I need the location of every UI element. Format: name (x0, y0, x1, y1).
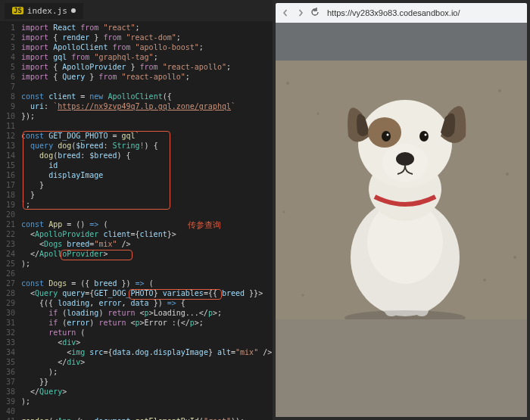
chevron-right-icon (297, 9, 304, 17)
forward-button[interactable] (295, 8, 306, 19)
code-line[interactable]: dog(breed: $breed) { (21, 151, 273, 160)
code-line[interactable]: return ( (21, 328, 273, 338)
line-number: 1 (0, 23, 15, 33)
code-line[interactable]: import React from "react"; (21, 23, 273, 33)
url-bar[interactable]: https://vy283x9o83.codesandbox.io/ (324, 8, 522, 17)
line-number: 31 (0, 318, 15, 328)
code-line[interactable]: } (21, 180, 273, 190)
line-number: 7 (0, 82, 15, 92)
back-button[interactable] (280, 8, 291, 19)
annotation-label: 传参查询 (188, 219, 221, 231)
line-number: 2 (0, 33, 15, 42)
code-line[interactable]: </div> (21, 357, 273, 367)
line-number: 16 (0, 170, 15, 180)
svg-point-3 (286, 82, 289, 85)
line-number: 40 (0, 406, 15, 416)
svg-point-9 (283, 211, 285, 213)
line-number: 20 (0, 210, 15, 219)
js-file-icon: JS (12, 7, 23, 14)
line-number: 6 (0, 72, 15, 82)
chevron-left-icon (282, 9, 289, 17)
code-line[interactable]: import { ApolloProvider } from "react-ap… (21, 62, 273, 72)
line-number: 35 (0, 357, 15, 367)
code-line[interactable]: uri: `https://nx9zvp49q7.lp.gql.zone/gra… (21, 101, 273, 111)
line-number: 11 (0, 121, 15, 131)
code-line[interactable]: <div> (21, 338, 273, 347)
code-line[interactable]: displayImage (21, 170, 273, 180)
code-line[interactable]: }); (21, 111, 273, 121)
code-line[interactable] (21, 82, 273, 92)
editor-pane: JS index.js 1234567891011121314151617181… (0, 0, 273, 420)
code-line[interactable]: </ApolloProvider> (21, 249, 273, 259)
code-line[interactable]: import { Query } from "react-apollo"; (21, 72, 273, 82)
code-line[interactable] (21, 269, 273, 278)
code-line[interactable]: ); (21, 367, 273, 377)
tab-index-js[interactable]: JS index.js (5, 3, 83, 19)
tab-filename: index.js (27, 6, 67, 16)
line-number: 28 (0, 288, 15, 298)
svg-point-23 (425, 134, 427, 136)
svg-point-4 (317, 113, 320, 115)
line-number: 19 (0, 200, 15, 210)
code-line[interactable]: <Dogs breed="mix" /> (21, 239, 273, 249)
line-number: 12 (0, 131, 15, 141)
refresh-icon (310, 8, 320, 17)
code-area[interactable]: 1234567891011121314151617181920212223242… (0, 21, 273, 420)
code-line[interactable]: id (21, 160, 273, 170)
code-content[interactable]: import React from "react";import { rende… (21, 23, 273, 420)
code-line[interactable]: } (21, 190, 273, 200)
svg-point-10 (513, 256, 516, 259)
tab-bar: JS index.js (0, 0, 273, 21)
code-line[interactable]: if (error) return <p>Error :(</p>; (21, 318, 273, 328)
code-line[interactable]: query dog($breed: String!) { (21, 141, 273, 151)
line-number: 3 (0, 42, 15, 52)
line-number: 17 (0, 180, 15, 190)
browser-bar: https://vy283x9o83.codesandbox.io/ (276, 3, 527, 23)
line-number: 10 (0, 111, 15, 121)
line-number: 41 (0, 416, 15, 420)
line-number: 37 (0, 377, 15, 387)
code-line[interactable]: <ApolloProvider client={client}> (21, 229, 273, 239)
line-number: 15 (0, 160, 15, 170)
line-number: 27 (0, 278, 15, 288)
line-number: 32 (0, 328, 15, 338)
line-number: 33 (0, 338, 15, 347)
line-number: 29 (0, 298, 15, 308)
code-line[interactable]: ); (21, 397, 273, 406)
line-number: 36 (0, 367, 15, 377)
code-line[interactable]: render(<App />, document.getElementById(… (21, 416, 273, 420)
line-number: 21 (0, 219, 15, 229)
svg-point-8 (506, 173, 509, 176)
code-line[interactable] (21, 406, 273, 416)
line-number: 39 (0, 397, 15, 406)
code-line[interactable]: <img src={data.dog.displayImage} alt="mi… (21, 347, 273, 357)
code-line[interactable]: import { render } from "react-dom"; (21, 33, 273, 42)
line-number: 34 (0, 347, 15, 357)
line-number: 8 (0, 92, 15, 101)
svg-point-22 (387, 134, 389, 136)
refresh-button[interactable] (310, 8, 320, 19)
code-line[interactable]: const App = () => ( (21, 219, 273, 229)
code-line[interactable]: }} (21, 377, 273, 387)
line-number: 9 (0, 101, 15, 111)
preview-viewport (276, 23, 527, 417)
line-number: 23 (0, 239, 15, 249)
code-line[interactable]: const client = new ApolloClient({ (21, 92, 273, 101)
code-line[interactable]: import gql from "graphql-tag"; (21, 52, 273, 62)
svg-point-21 (419, 131, 429, 142)
line-number: 18 (0, 190, 15, 200)
code-line[interactable]: const Dogs = ({ breed }) => ( (21, 278, 273, 288)
svg-point-6 (483, 278, 486, 282)
line-number: 26 (0, 269, 15, 278)
code-line[interactable]: <Query query={GET_DOG_PHOTO} variables={… (21, 288, 273, 298)
code-line[interactable]: import ApolloClient from "apollo-boost"; (21, 42, 273, 52)
code-line[interactable]: const GET_DOG_PHOTO = gql` (21, 131, 273, 141)
code-line[interactable] (21, 210, 273, 219)
code-line[interactable]: `; (21, 200, 273, 210)
code-line[interactable]: {({ loading, error, data }) => { (21, 298, 273, 308)
code-line[interactable]: </Query> (21, 387, 273, 397)
code-line[interactable] (21, 121, 273, 131)
code-line[interactable]: if (loading) return <p>Loading...</p>; (21, 308, 273, 318)
code-line[interactable]: ); (21, 259, 273, 269)
line-number: 38 (0, 387, 15, 397)
